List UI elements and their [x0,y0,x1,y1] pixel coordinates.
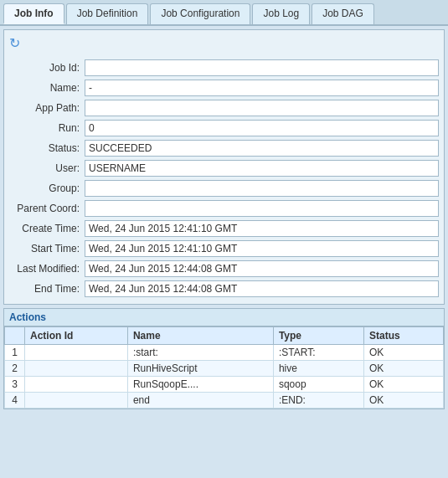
action-name-cell: :start: [127,345,273,361]
label-status: Status: [9,138,85,158]
action-type-cell: :START: [273,345,363,361]
value-name [85,78,439,98]
form-row-app-path: App Path: [9,98,439,118]
job-form-table: Job Id:Name:App Path:Run:Status:User:Gro… [9,58,439,299]
job-info-panel: ↻ Job Id:Name:App Path:Run:Status:User:G… [3,29,445,305]
label-job-id: Job Id: [9,58,85,78]
label-start-time: Start Time: [9,239,85,259]
row-number: 3 [5,377,25,393]
row-number: 4 [5,393,25,409]
label-app-path: App Path: [9,98,85,118]
action-status-cell: OK [364,393,444,409]
tab-job-dag[interactable]: Job DAG [312,3,374,24]
refresh-icon[interactable]: ↻ [9,35,20,51]
table-row: 1:start::START:OK [5,345,444,361]
col-header-num [5,327,25,345]
form-row-run: Run: [9,118,439,138]
value-end-time [85,279,439,299]
input-end-time[interactable] [85,280,439,297]
row-number: 1 [5,345,25,361]
input-group[interactable] [85,180,439,197]
input-job-id[interactable] [85,59,439,76]
tab-job-info[interactable]: Job Info [3,3,64,24]
action-type-cell: hive [273,361,363,377]
value-app-path [85,98,439,118]
value-start-time [85,239,439,259]
actions-table: Action Id Name Type Status 1:start::STAR… [4,326,444,409]
action-type-cell: :END: [273,393,363,409]
actions-panel: Actions Action Id Name Type Status 1:sta… [3,308,445,409]
form-row-job-id: Job Id: [9,58,439,78]
label-user: User: [9,158,85,178]
action-status-cell: OK [364,345,444,361]
value-parent-coord [85,198,439,218]
form-row-parent-coord: Parent Coord: [9,198,439,218]
action-name-cell: RunHiveScript [127,361,273,377]
actions-header: Actions [4,309,444,326]
table-row: 3RunSqoopE....sqoopOK [5,377,444,393]
value-user [85,158,439,178]
table-row: 2RunHiveScripthiveOK [5,361,444,377]
tab-job-definition[interactable]: Job Definition [66,3,149,24]
form-row-last-modified: Last Modified: [9,259,439,279]
value-last-modified [85,259,439,279]
form-row-status: Status: [9,138,439,158]
label-group: Group: [9,178,85,198]
form-row-create-time: Create Time: [9,218,439,239]
row-number: 2 [5,361,25,377]
action-id-cell [25,345,128,361]
input-user[interactable] [85,160,439,177]
input-app-path[interactable] [85,100,439,116]
value-job-id [85,58,439,78]
form-row-name: Name: [9,78,439,98]
label-parent-coord: Parent Coord: [9,198,85,218]
col-header-status: Status [364,327,444,345]
label-name: Name: [9,78,85,98]
tabs-bar: Job Info Job Definition Job Configuratio… [0,0,448,26]
value-status [85,138,439,158]
input-status[interactable] [85,140,439,157]
value-group [85,178,439,198]
label-create-time: Create Time: [9,218,85,239]
action-type-cell: sqoop [273,377,363,393]
form-row-end-time: End Time: [9,279,439,299]
col-header-action-id: Action Id [25,327,128,345]
value-create-time [85,218,439,239]
input-create-time[interactable] [85,220,439,237]
input-last-modified[interactable] [85,260,439,277]
label-last-modified: Last Modified: [9,259,85,279]
col-header-name: Name [127,327,273,345]
action-status-cell: OK [364,377,444,393]
input-parent-coord[interactable] [85,200,439,217]
tab-job-configuration[interactable]: Job Configuration [150,3,250,24]
form-row-start-time: Start Time: [9,239,439,259]
form-row-group: Group: [9,178,439,198]
action-name-cell: RunSqoopE.... [127,377,273,393]
form-row-user: User: [9,158,439,178]
label-end-time: End Time: [9,279,85,299]
action-id-cell [25,393,128,409]
label-run: Run: [9,118,85,138]
value-run [85,118,439,138]
action-status-cell: OK [364,361,444,377]
input-start-time[interactable] [85,240,439,257]
action-id-cell [25,377,128,393]
col-header-type: Type [273,327,363,345]
action-name-cell: end [127,393,273,409]
tab-job-log[interactable]: Job Log [252,3,310,24]
action-id-cell [25,361,128,377]
input-name[interactable] [85,80,439,96]
input-run[interactable] [85,120,439,136]
table-row: 4end:END:OK [5,393,444,409]
